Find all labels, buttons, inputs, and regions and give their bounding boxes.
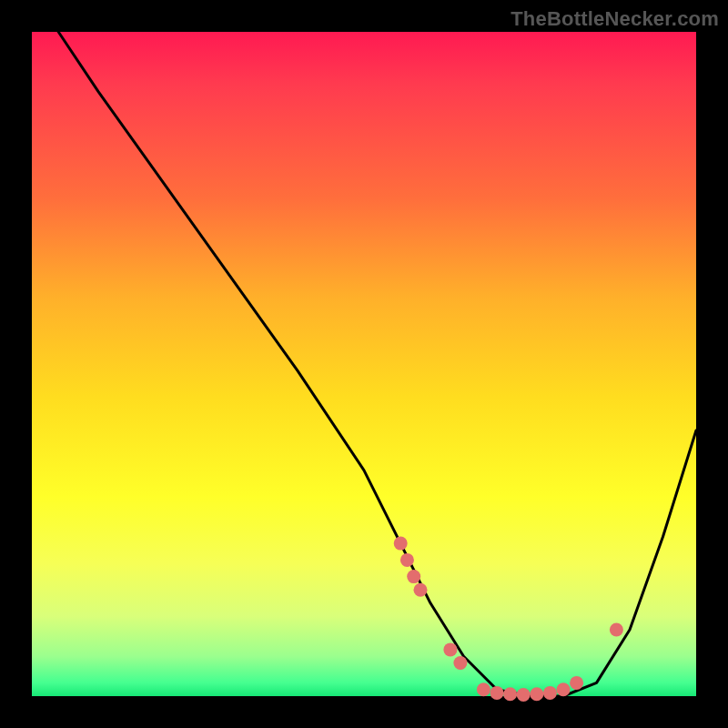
data-marker [453, 656, 467, 670]
data-marker [490, 686, 504, 700]
data-marker [400, 553, 414, 567]
data-marker [414, 583, 428, 597]
data-marker [477, 682, 490, 696]
data-marker [394, 537, 408, 551]
data-marker [407, 570, 420, 583]
curve-line [58, 32, 696, 696]
data-marker [570, 676, 583, 690]
plot-area [32, 32, 696, 696]
data-marker [610, 623, 623, 637]
watermark-text: TheBottleNecker.com [511, 7, 719, 31]
bottleneck-curve [32, 32, 696, 696]
data-marker [530, 687, 543, 701]
chart-container: TheBottleNecker.com [0, 0, 728, 728]
data-marker [557, 682, 571, 696]
data-marker [503, 687, 517, 701]
data-marker [543, 686, 557, 700]
data-marker [443, 642, 457, 656]
data-marker [517, 688, 531, 702]
